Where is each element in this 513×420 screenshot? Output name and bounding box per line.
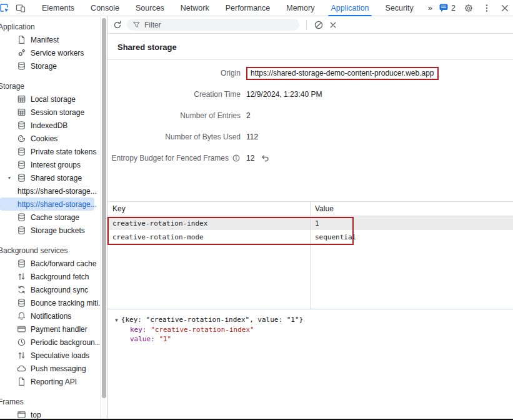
sidebar-item-session-storage[interactable]: Session storage [0,106,99,119]
delete-selected-icon[interactable] [328,20,338,30]
settings-gear-icon[interactable] [464,3,474,13]
sidebar-item-label: Push messaging [31,364,86,373]
sidebar-item-storage[interactable]: Storage [0,59,99,72]
tab-performance[interactable]: Performance [217,0,279,16]
column-header-key[interactable]: Key [107,202,311,216]
close-devtools-icon[interactable] [500,3,510,13]
updown-icon [17,272,26,281]
table-header-row: Key Value [107,202,513,216]
refresh-icon[interactable] [112,20,122,30]
toolbar-divider [306,20,307,29]
metadata-label: Creation Time [107,90,241,99]
kebab-menu-icon[interactable] [482,3,492,13]
sidebar-item-label: Session storage [31,108,84,117]
inspect-element-icon[interactable] [0,0,12,16]
sidebar-item-label: Interest groups [31,161,81,169]
tab-network[interactable]: Network [172,0,217,16]
clear-all-icon[interactable] [314,20,324,30]
sidebar-item-label: Periodic backgroun... [31,338,101,347]
sidebar-item-label: Service workers [31,49,84,58]
metadata-value: 12 [246,153,270,163]
metadata-row-number-of-bytes-used: Number of Bytes Used112 [107,126,513,148]
sidebar-item-label: Cache storage [31,213,79,222]
file-icon [17,35,26,44]
sidebar-item-periodic-backgroun[interactable]: Periodic backgroun... [0,336,99,349]
shared-storage-panel: Shared storage Originhttps://shared-stor… [107,16,513,419]
tab-application[interactable]: Application [322,0,377,16]
sidebar-item-manifest[interactable]: Manifest [0,33,99,46]
grid-icon [17,108,26,117]
property-string-value: "creative-rotation-index" [151,326,254,334]
filter-input[interactable] [144,21,294,29]
chevron-down-icon[interactable]: ▾ [8,175,11,181]
sidebar-item-https-shared-storage[interactable]: https://shared-storage... [0,184,99,198]
sidebar-item-push-messaging[interactable]: Push messaging [0,362,99,375]
sidebar-item-storage-buckets[interactable]: Storage buckets [0,224,99,237]
sidebar-item-notifications[interactable]: Notifications [0,309,99,322]
metadata-section: Originhttps://shared-storage-demo-conten… [107,60,513,169]
table-row[interactable]: creative-rotation-index1 [107,216,513,230]
sidebar-scrollbar-thumb[interactable] [102,18,106,398]
sidebar-item-service-workers[interactable]: Service workers [0,46,99,59]
metadata-value: 2 [246,111,251,120]
preview-property: value: "1" [115,334,513,344]
issues-count-label: 2 [451,4,456,12]
sidebar-item-cookies[interactable]: Cookies [0,132,99,145]
origin-value-highlighted: https://shared-storage-demo-content-prod… [246,67,439,80]
database-icon [17,121,26,130]
table-empty-area [107,244,513,309]
property-string-value: "1" [159,335,171,343]
tab-sources[interactable]: Sources [127,0,172,16]
database-icon [17,61,26,71]
sidebar-item-background-fetch[interactable]: Background fetch [0,270,99,283]
info-icon[interactable] [232,154,241,162]
metadata-label-text: Entropy Budget for Fenced Frames [112,154,229,162]
expander-triangle-icon[interactable]: ▼ [115,316,118,325]
sidebar-item-local-storage[interactable]: Local storage [0,92,99,106]
grid-icon [17,94,26,104]
sidebar-item-https-shared-storage[interactable]: https://shared-storage... [0,198,94,211]
sidebar-item-bounce-tracking-miti[interactable]: Bounce tracking miti... [0,296,99,309]
sidebar-item-label: Back/forward cache [31,259,96,268]
metadata-label-text: Number of Bytes Used [165,132,241,141]
sidebar-item-top[interactable]: top [0,408,99,419]
device-toolbar-icon[interactable] [12,0,29,16]
cell-value: sequential [311,230,513,244]
tab-strip: ElementsConsoleSourcesNetworkPerformance… [34,0,422,16]
cookie-icon [17,134,26,143]
sidebar-item-speculative-loads[interactable]: Speculative loads [0,349,99,362]
column-header-value[interactable]: Value [311,202,513,216]
metadata-row-creation-time: Creation Time12/9/2024, 1:23:40 PM [107,84,513,105]
sidebar-item-shared-storage[interactable]: ▾Shared storage [0,171,99,184]
sync-icon [17,285,26,294]
preview-summary: {key: "creative-rotation-index", value: … [121,315,303,324]
sidebar-item-label: Cookies [31,134,57,143]
sidebar-item-back-forward-cache[interactable]: Back/forward cache [0,257,99,270]
sidebar-item-label: Background sync [31,286,88,294]
sidebar-item-indexeddb[interactable]: IndexedDB [0,119,99,132]
sidebar-section-frames: Frames [0,396,99,407]
tab-security[interactable]: Security [377,0,422,16]
sidebar-item-cache-storage[interactable]: Cache storage [0,211,99,224]
sidebar-item-reporting-api[interactable]: Reporting API [0,375,99,388]
sidebar-item-payment-handler[interactable]: Payment handler [0,322,99,336]
worker-icon [17,48,26,58]
sidebar-item-background-sync[interactable]: Background sync [0,283,99,296]
tab-memory[interactable]: Memory [278,0,322,16]
metadata-value: 12/9/2024, 1:23:40 PM [246,90,322,99]
sidebar-item-label: Shared storage [31,174,82,182]
sidebar-item-interest-groups[interactable]: Interest groups [0,158,99,171]
sidebar-section-application: Application [0,21,99,32]
table-row[interactable]: creative-rotation-modesequential [107,230,513,244]
preview-pane: ▼ {key: "creative-rotation-index", value… [107,309,513,419]
more-tabs-button[interactable]: » [422,3,439,12]
tab-elements[interactable]: Elements [34,0,82,16]
issues-counter[interactable]: 2 [439,4,456,12]
sidebar-item-label: top [31,411,41,419]
preview-property: key: "creative-rotation-index" [115,325,513,334]
database-icon [17,147,26,156]
metadata-value-text: 12/9/2024, 1:23:40 PM [246,90,322,99]
reset-budget-icon[interactable] [260,153,270,163]
tab-console[interactable]: Console [82,0,127,16]
sidebar-item-private-state-tokens[interactable]: Private state tokens [0,145,99,158]
